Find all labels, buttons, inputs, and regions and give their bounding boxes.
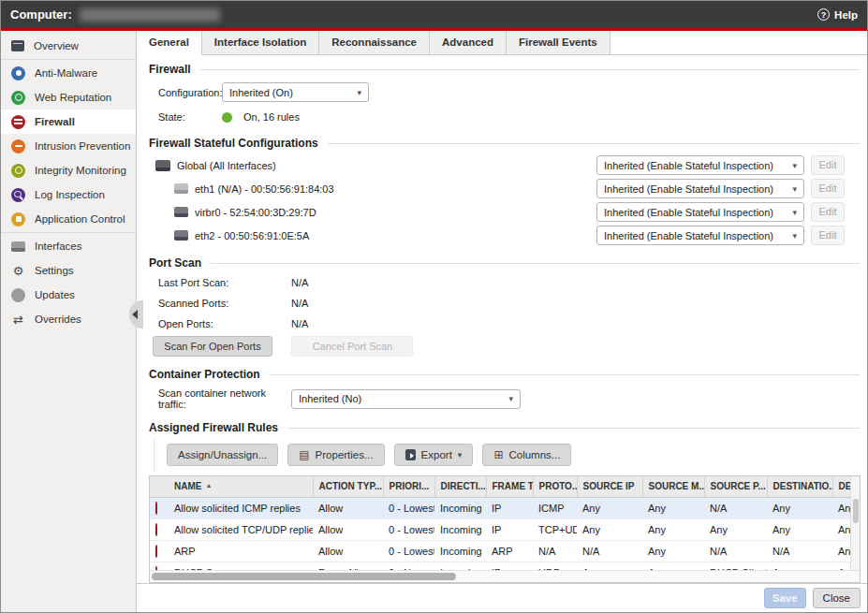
sidebar-item-overrides[interactable]: ⇄ Overrides	[1, 307, 136, 331]
edit-button[interactable]: Edit	[811, 179, 845, 198]
section-rule	[211, 263, 860, 264]
tab-advanced[interactable]: Advanced	[430, 31, 507, 54]
rules-table: NAME▲ ACTION TYP... PRIORI... DIRECTI...…	[149, 475, 861, 583]
sidebar-item-label: Interfaces	[35, 241, 82, 252]
stateful-row-eth1: eth1 (N/A) - 00:50:56:91:84:03 Inherited…	[174, 179, 845, 198]
interface-label: Global (All Interfaces)	[177, 160, 276, 171]
horizontal-scrollbar-thumb[interactable]	[152, 573, 456, 580]
sidebar-item-intrusion-prevention[interactable]: Intrusion Prevention	[1, 134, 136, 158]
column-header-source-port[interactable]: SOURCE P...	[704, 476, 767, 497]
columns-button[interactable]: ⊞ Columns...	[482, 444, 571, 466]
column-header-source-ip[interactable]: SOURCE IP	[577, 476, 642, 497]
column-header-name[interactable]: NAME▲	[169, 476, 313, 497]
sidebar: Overview Anti-Malware Web Reputation Fir…	[1, 31, 137, 612]
column-label: NAME	[174, 481, 201, 491]
section-title: Firewall Stateful Configurations	[149, 137, 318, 150]
close-button[interactable]: Close	[813, 588, 861, 608]
assign-unassign-button[interactable]: Assign/Unassign...	[167, 444, 278, 466]
horizontal-scrollbar[interactable]	[150, 570, 860, 582]
column-header-priority[interactable]: PRIORI...	[383, 476, 434, 497]
tab-general[interactable]: General	[137, 31, 202, 55]
configuration-row: Configuration: Inherited (On) ▾	[158, 82, 867, 102]
status-on-dot	[222, 112, 232, 123]
column-header-source-mac[interactable]: SOURCE M...	[642, 476, 704, 497]
firewall-configuration-select[interactable]: Inherited (On) ▾	[222, 82, 369, 102]
tab-firewall-events[interactable]: Firewall Events	[507, 31, 611, 54]
anti-malware-icon	[11, 66, 25, 80]
table-row[interactable]: DHCP Server Force Allow 0 - Normal Incom…	[150, 562, 858, 570]
sidebar-item-settings[interactable]: ⚙ Settings	[1, 258, 136, 283]
stateful-select-virbr0[interactable]: Inherited (Enable Stateful Inspection) ▾	[596, 202, 804, 222]
general-tab-panel: Firewall Configuration: Inherited (On) ▾…	[137, 55, 867, 583]
gear-icon: ⚙	[11, 264, 25, 278]
column-header-action-type[interactable]: ACTION TYP...	[313, 476, 383, 497]
chevron-down-icon: ▾	[792, 184, 797, 194]
table-row[interactable]: Allow solicited ICMP replies Allow 0 - L…	[150, 497, 858, 518]
container-traffic-row: Scan container network traffic: Inherite…	[158, 387, 867, 410]
chevron-down-icon: ▾	[357, 88, 361, 97]
firewall-rule-icon	[155, 545, 157, 558]
sidebar-item-web-reputation[interactable]: Web Reputation	[1, 85, 136, 109]
scan-for-open-ports-button[interactable]: Scan For Open Ports	[153, 336, 272, 357]
export-button[interactable]: Export ▾	[394, 444, 474, 466]
column-header-frame-type[interactable]: FRAME T...	[486, 476, 533, 497]
section-rule	[328, 143, 860, 144]
open-ports-row: Open Ports: N/A	[158, 316, 867, 331]
container-protection-section-header: Container Protection	[149, 368, 860, 381]
help-link[interactable]: ? Help	[817, 8, 858, 21]
sidebar-item-integrity-monitoring[interactable]: Integrity Monitoring	[1, 158, 136, 182]
column-header-destination[interactable]: DESTINATIO...	[767, 476, 832, 497]
sidebar-item-label: Firewall	[35, 116, 75, 127]
column-header-direction[interactable]: DIRECTI...	[434, 476, 486, 497]
state-row: State: On, 16 rules	[158, 109, 867, 125]
cancel-port-scan-button[interactable]: Cancel Port Scan	[291, 336, 413, 357]
nic-icon	[174, 183, 188, 194]
sidebar-item-label: Overview	[34, 40, 79, 51]
sidebar-item-overview[interactable]: Overview	[1, 34, 136, 58]
vertical-scrollbar-thumb[interactable]	[853, 499, 859, 523]
firewall-icon	[11, 115, 25, 129]
columns-icon: ⊞	[493, 449, 503, 460]
last-port-scan-label: Last Port Scan:	[158, 277, 291, 288]
help-icon: ?	[817, 8, 830, 21]
stateful-select-eth2[interactable]: Inherited (Enable Stateful Inspection) ▾	[596, 226, 804, 245]
stateful-select-global[interactable]: Inherited (Enable Stateful Inspection) ▾	[596, 155, 804, 175]
title-bar: Computer: ? Help	[1, 1, 867, 28]
sidebar-item-label: Application Control	[35, 213, 125, 225]
sidebar-item-anti-malware[interactable]: Anti-Malware	[1, 61, 136, 85]
chevron-down-icon: ▾	[792, 161, 797, 170]
interface-label: eth1 (N/A) - 00:50:56:91:84:03	[195, 183, 334, 195]
sidebar-item-log-inspection[interactable]: Log Inspection	[1, 182, 136, 207]
section-rule	[200, 69, 860, 70]
integrity-monitoring-icon	[11, 164, 25, 178]
application-control-icon	[11, 212, 25, 226]
interface-label: eth2 - 00:50:56:91:0E:5A	[195, 230, 309, 241]
sidebar-item-interfaces[interactable]: Interfaces	[1, 234, 136, 258]
container-traffic-select[interactable]: Inherited (No) ▾	[291, 389, 521, 409]
redacted-computer-name	[80, 8, 220, 22]
table-row[interactable]: ARP Allow 0 - Lowest Incoming ARP N/A N/…	[150, 540, 858, 562]
column-header-protocol[interactable]: PROTO...	[533, 476, 577, 497]
edit-button[interactable]: Edit	[811, 202, 845, 222]
icon-column-header[interactable]	[150, 476, 169, 497]
vertical-scrollbar[interactable]	[850, 476, 860, 570]
properties-button[interactable]: ▤ Properties...	[287, 444, 384, 466]
port-scan-section-header: Port Scan	[149, 256, 860, 270]
select-value: Inherited (Enable Stateful Inspection)	[604, 160, 787, 171]
sidebar-item-application-control[interactable]: Application Control	[1, 207, 136, 231]
nic-icon	[174, 207, 188, 217]
stateful-select-eth1[interactable]: Inherited (Enable Stateful Inspection) ▾	[596, 179, 804, 198]
edit-button[interactable]: Edit	[811, 155, 845, 175]
computer-editor-window: Computer: ? Help Overview Anti-Malware W…	[0, 0, 868, 613]
sidebar-item-firewall[interactable]: Firewall	[1, 109, 136, 134]
edit-button[interactable]: Edit	[811, 226, 845, 245]
chevron-left-icon	[132, 310, 138, 319]
tab-interface-isolation[interactable]: Interface Isolation	[202, 31, 319, 54]
assigned-rules-section-header: Assigned Firewall Rules	[149, 421, 860, 434]
sidebar-item-updates[interactable]: Updates	[1, 283, 136, 307]
rule-name-cell: Allow solicited TCP/UDP replies	[169, 518, 313, 540]
scanned-ports-row: Scanned Ports: N/A	[158, 296, 867, 311]
tab-reconnaissance[interactable]: Reconnaissance	[319, 31, 430, 54]
save-button[interactable]: Save	[764, 588, 806, 608]
table-row[interactable]: Allow solicited TCP/UDP replies Allow 0 …	[150, 518, 858, 540]
